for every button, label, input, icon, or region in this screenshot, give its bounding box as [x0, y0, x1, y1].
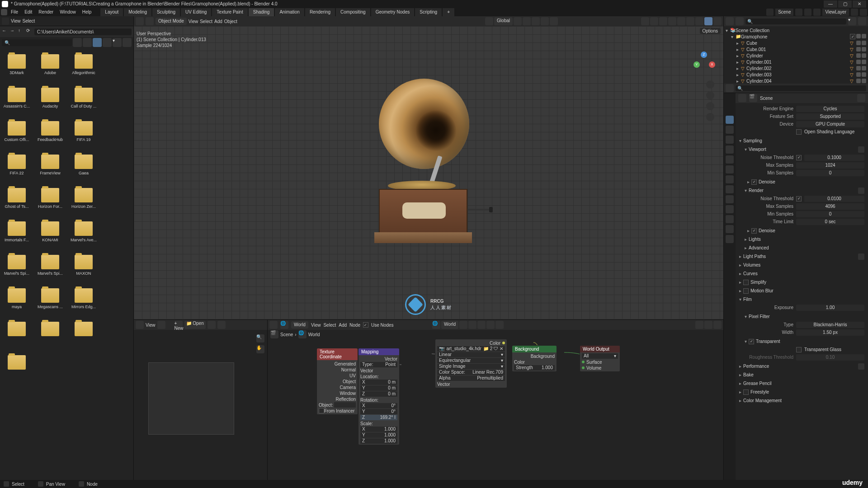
rd-denoise-checkbox[interactable]: ✓ [751, 228, 757, 234]
section-freestyle[interactable]: Freestyle [750, 389, 769, 394]
workspace-modeling[interactable]: Modeling [124, 8, 151, 16]
vp-denoise-checkbox[interactable]: ✓ [751, 179, 757, 185]
rd-noise-checkbox[interactable]: ✓ [796, 196, 802, 202]
nav-forward-button[interactable]: → [10, 28, 17, 35]
viewport-menu-view[interactable]: View [189, 19, 198, 24]
scale-y[interactable]: Y1.000 [360, 432, 397, 438]
world-fake-user-icon[interactable] [468, 321, 476, 329]
viewlayer-field[interactable]: ViewLayer [822, 9, 849, 16]
section-volumes[interactable]: Volumes [743, 263, 760, 267]
orientation-select[interactable]: Global [494, 17, 513, 25]
shading-wire-icon[interactable] [677, 17, 685, 25]
node-world-output[interactable]: World Output All▾ Surface Volume [580, 345, 620, 372]
nav-refresh-button[interactable]: ⟳ [26, 28, 33, 35]
node-env-texture[interactable]: Color 📷art_studio_4k.hdr📁 2 🛡 ✕ Linear▾ … [435, 339, 507, 388]
socket-color-in[interactable]: Color [514, 359, 555, 365]
select-visible-icon[interactable] [641, 17, 649, 25]
outliner-new-collection-icon[interactable] [858, 17, 866, 25]
section-lights[interactable]: Lights [749, 237, 761, 242]
menu-render[interactable]: Render [36, 8, 56, 16]
world-name-field[interactable]: World [441, 321, 458, 329]
node-header-mapping[interactable]: Mapping [359, 348, 399, 355]
eye-icon[interactable] [856, 53, 861, 58]
breadcrumb-world[interactable]: World [308, 332, 320, 337]
node-header-background[interactable]: Background [512, 346, 557, 352]
simplify-checkbox[interactable] [743, 280, 749, 285]
menu-edit[interactable]: Edit [22, 8, 35, 16]
loc-y[interactable]: Y0 m [360, 385, 397, 391]
image-display-icon[interactable] [217, 321, 226, 329]
outliner-filter-toggle-icon[interactable] [726, 84, 734, 92]
folder-item[interactable] [33, 319, 67, 352]
outliner-filter-search[interactable]: 🔍 [736, 85, 866, 91]
scene-new-button[interactable] [795, 9, 802, 16]
folder-item[interactable]: Immortals F... [0, 219, 33, 252]
editor-type-shader-icon[interactable] [269, 321, 278, 329]
workspace-rendering[interactable]: Rendering [305, 8, 335, 16]
object-field[interactable] [334, 402, 356, 408]
mapping-type[interactable]: Type:Point [360, 362, 397, 367]
tab-world-icon[interactable] [726, 155, 734, 164]
node-menu-view[interactable]: View [311, 323, 321, 328]
display-columns-icon[interactable] [83, 38, 92, 47]
collection-exclude-checkbox[interactable]: ✓ [850, 34, 855, 39]
workspace-scripting[interactable]: Scripting [415, 8, 442, 16]
viewlayer-del-button[interactable] [860, 9, 867, 16]
socket-normal[interactable]: Normal [319, 367, 356, 372]
folder-item[interactable]: FIFA 19 [67, 118, 100, 152]
folder-item[interactable]: Marvel's Ave... [67, 219, 100, 252]
rd-max-value[interactable]: 4096 [796, 203, 864, 210]
menu-help[interactable]: Help [80, 8, 94, 16]
section-pixelfilter[interactable]: Pixel Filter [749, 314, 770, 319]
gizmo-y-icon[interactable]: Y [693, 61, 700, 68]
rd-noise-value[interactable]: 0.0100 [804, 196, 864, 202]
tab-output-icon[interactable] [726, 126, 734, 134]
nav-back-button[interactable]: ← [2, 28, 9, 35]
section-denoise-rd[interactable]: Denoise [759, 228, 775, 233]
display-list-icon[interactable] [73, 38, 82, 47]
section-bake[interactable]: Bake [743, 372, 754, 377]
vp-noise-value[interactable]: 0.1000 [804, 155, 864, 161]
proportional-icon[interactable] [541, 17, 549, 25]
hand-icon[interactable]: ✋ [256, 345, 264, 353]
workspace-compositing[interactable]: Compositing [336, 8, 370, 16]
window-close-button[interactable]: ✕ [853, 0, 866, 8]
shader-type-world-icon[interactable]: 🌐 [280, 321, 288, 329]
render-icon[interactable] [862, 60, 866, 64]
outliner-item[interactable]: ▸▽Cylinder.002▽ [724, 65, 868, 71]
socket-generated[interactable]: Generated [319, 361, 356, 366]
outliner-item[interactable]: ▸▽Cylinder.001▽ [724, 59, 868, 65]
camera-icon[interactable] [706, 102, 714, 110]
socket-camera[interactable]: Camera [319, 385, 356, 390]
workspace-texture-paint[interactable]: Texture Paint [212, 8, 247, 16]
env-colorspace[interactable]: Color Space:Linear Rec.709 [437, 370, 505, 375]
folder-item[interactable]: maya [0, 286, 33, 319]
outliner-filter-icon[interactable]: ▾ [848, 17, 856, 25]
vp-min-value[interactable]: 0 [796, 170, 864, 176]
display-thumbnails-icon[interactable] [93, 38, 102, 47]
viewport-menu-select[interactable]: Select [200, 19, 212, 24]
env-alpha[interactable]: AlphaPremultiplied [437, 375, 505, 381]
node-overlay-icon[interactable] [695, 321, 703, 329]
outliner-root[interactable]: Scene Collection [736, 28, 868, 33]
viewport-menu-add[interactable]: Add [214, 19, 222, 24]
image-preview[interactable] [148, 362, 234, 435]
folder-item[interactable]: Assassin's C... [0, 85, 33, 118]
render-icon[interactable] [862, 34, 866, 38]
loc-x[interactable]: X0 m [360, 380, 397, 385]
folder-item[interactable] [0, 352, 33, 386]
orientation-icon[interactable] [485, 17, 493, 25]
folder-item[interactable]: Allegorithmic [67, 52, 100, 85]
eye-icon[interactable] [856, 72, 861, 77]
outliner-item[interactable]: ▸▽Cube▽ [724, 40, 868, 46]
workspace-animation[interactable]: Animation [275, 8, 304, 16]
node-menu-select[interactable]: Select [323, 323, 336, 328]
shading-options-icon[interactable] [713, 17, 722, 25]
menu-file[interactable]: File [8, 8, 21, 16]
folder-item[interactable]: Gaea [67, 152, 100, 185]
eye-icon[interactable] [856, 60, 861, 64]
pf-type-select[interactable]: Blackman-Harris [796, 322, 864, 328]
eye-icon[interactable] [856, 41, 861, 45]
render-icon[interactable] [862, 53, 866, 58]
folder-item[interactable]: FrameView [33, 152, 67, 185]
